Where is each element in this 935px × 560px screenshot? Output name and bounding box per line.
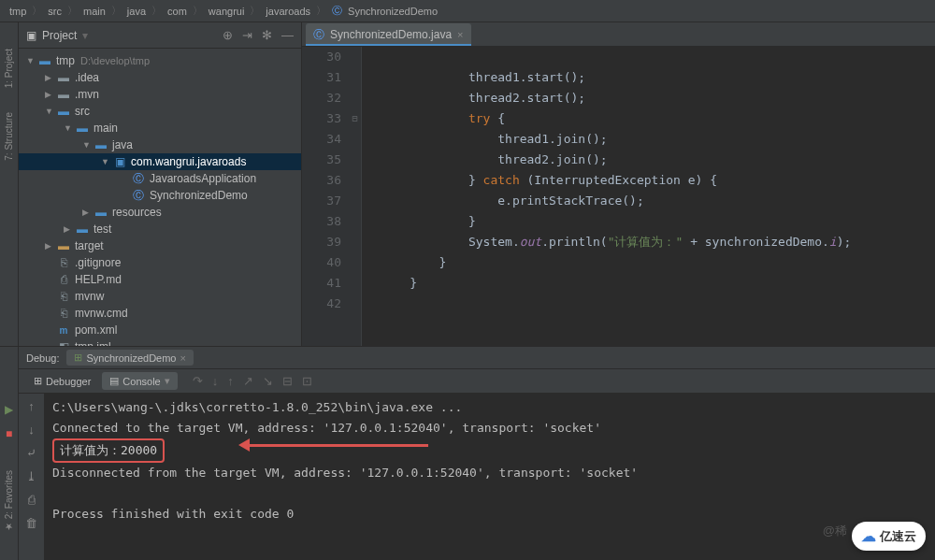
debug-config-tab[interactable]: ⊞SynchronizedDemo × [66,350,193,366]
down-icon[interactable]: ↓ [28,423,35,437]
tree-item-class[interactable]: ⒸSynchronizedDemo [19,187,301,204]
favorites-tab[interactable]: ★ 2: Favorites [4,470,14,532]
console-tab[interactable]: ▤Console ▾ [102,372,177,390]
console-line: Disconnected from the target VM, address… [52,463,928,483]
wrap-icon[interactable]: ⤶ [26,446,36,460]
clear-icon[interactable]: 🗑 [25,516,37,530]
tree-root[interactable]: ▼▬tmpD:\develop\tmp [19,52,301,69]
tree-item[interactable]: ⎗mvnw.cmd [19,305,301,322]
bc-item[interactable]: tmp [9,6,26,17]
project-tool-tab[interactable]: 1: Project [2,41,16,95]
bc-item[interactable]: com [167,6,187,17]
tree-item[interactable]: ▶▬.idea [19,69,301,86]
code-editor[interactable]: 30313233343536373839404142 ⊟ thread1.sta… [302,47,935,346]
editor-tab[interactable]: Ⓒ SynchronizedDemo.java × [306,23,471,46]
sidebar-header: ▣Project ▾ ⊕ ⇥ ✻ — [19,22,301,49]
step-icon[interactable]: ↑ [227,374,234,388]
sidebar-title: Project [42,29,77,42]
rerun-icon[interactable]: ▶ [5,403,13,416]
stop-icon[interactable]: ■ [6,427,12,440]
class-icon: Ⓒ [332,4,342,18]
tree-item[interactable]: ⎙HELP.md [19,271,301,288]
fold-column[interactable]: ⊟ [349,47,362,346]
locate-icon[interactable]: ⊕ [223,28,233,42]
debugger-tab[interactable]: ⊞Debugger [26,372,98,390]
debug-sub-tabs: ⊞Debugger ▤Console ▾ ↷ ↓ ↑ ↗ ↘ ⊟ ⊡ [19,369,935,394]
class-icon: Ⓒ [313,27,324,43]
bc-item[interactable]: javaroads [266,6,310,17]
scroll-icon[interactable]: ⤓ [26,469,36,483]
line-gutter: 30313233343536373839404142 [302,47,349,346]
annotation-arrow [232,438,428,452]
watermark-prefix: @稀 [823,523,847,539]
tree-item[interactable]: ⎗mvnw [19,288,301,305]
tree-item[interactable]: ▶▬.mvn [19,86,301,103]
editor-tabs: Ⓒ SynchronizedDemo.java × [302,22,935,47]
bc-item[interactable]: src [48,6,62,17]
hide-icon[interactable]: — [281,28,294,42]
bc-item[interactable]: wangrui [209,6,245,17]
tree-item[interactable]: mpom.xml [19,322,301,338]
step-icon[interactable]: ↗ [243,374,253,388]
watermark-badge: ☁亿速云 [852,522,926,551]
tree-item[interactable]: ▼▬java [19,136,301,153]
editor-panel: Ⓒ SynchronizedDemo.java × 30313233343536… [302,22,935,346]
print-icon[interactable]: ⎙ [28,493,36,507]
tree-item[interactable]: ▶▬resources [19,204,301,221]
bc-item[interactable]: SynchronizedDemo [348,6,438,17]
console-line: C:\Users\wang-\.jdks\corretto-1.8.0_252\… [52,397,928,418]
tree-item[interactable]: ◧tmp.iml [19,338,301,346]
up-icon[interactable]: ↑ [28,399,35,413]
tree-item[interactable]: ▼▬main [19,120,301,136]
tree-item-package[interactable]: ▼▣com.wangrui.javaroads [19,153,301,170]
highlighted-output: 计算值为：20000 [52,438,165,463]
tree-item[interactable]: ▶▬target [19,237,301,254]
bc-item[interactable]: java [127,6,146,17]
tree-item[interactable]: ⎘.gitignore [19,254,301,271]
tree-item-class[interactable]: ⒸJavaroadsApplication [19,170,301,187]
step-icon[interactable]: ↘ [263,374,273,388]
debug-panel: ▶ ■ ★ 2: Favorites Debug: ⊞SynchronizedD… [0,346,935,560]
folder-icon: ▣ [26,29,36,42]
debug-header: Debug: ⊞SynchronizedDemo × [19,347,935,369]
step-icon[interactable]: ⊡ [302,374,312,388]
debug-tool-strip: ▶ ■ ★ 2: Favorites [0,347,19,560]
close-icon[interactable]: × [457,29,463,40]
console-output[interactable]: C:\Users\wang-\.jdks\corretto-1.8.0_252\… [45,394,935,560]
console-toolbar: ↑ ↓ ⤶ ⤓ ⎙ 🗑 [19,394,45,560]
project-sidebar: ▣Project ▾ ⊕ ⇥ ✻ — ▼▬tmpD:\develop\tmp ▶… [19,22,302,346]
console-line: Process finished with exit code 0 [52,504,928,524]
breadcrumb: tmp〉 src〉 main〉 java〉 com〉 wangrui〉 java… [0,0,935,22]
bc-item[interactable]: main [83,6,106,17]
step-icon[interactable]: ↓ [212,374,219,388]
tab-label: SynchronizedDemo.java [330,28,452,41]
tree-item[interactable]: ▶▬test [19,221,301,237]
project-tree[interactable]: ▼▬tmpD:\develop\tmp ▶▬.idea ▶▬.mvn ▼▬src… [19,49,301,346]
settings-icon[interactable]: ✻ [262,28,272,42]
code-content[interactable]: thread1.start(); thread2.start(); try { … [362,47,935,346]
left-tool-strip: 1: Project 7: Structure [0,22,19,346]
debug-label: Debug: [26,352,59,364]
console-line: Connected to the target VM, address: '12… [52,418,928,438]
structure-tool-tab[interactable]: 7: Structure [2,105,16,168]
collapse-icon[interactable]: ⇥ [242,28,252,42]
step-icon[interactable]: ↷ [193,374,203,388]
step-icon[interactable]: ⊟ [282,374,293,388]
tree-item[interactable]: ▼▬src [19,103,301,120]
